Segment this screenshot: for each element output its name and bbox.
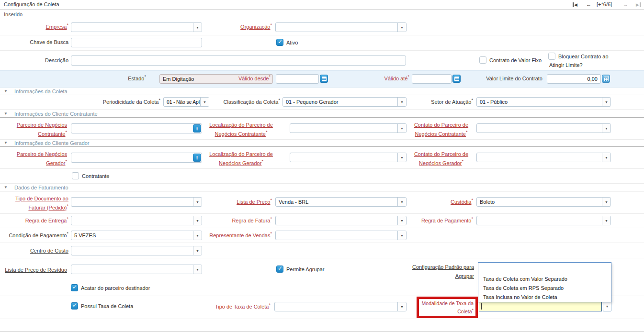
condicao-pagamento-select[interactable]: 5 VEZES ▼ — [71, 231, 202, 240]
chevron-down-icon[interactable]: ▼ — [602, 216, 610, 225]
descricao-input[interactable] — [71, 55, 406, 66]
valido-ate-label: Válido até* — [342, 76, 409, 82]
centro-custo-select[interactable]: ▼ — [71, 246, 202, 255]
first-record-button[interactable]: ◀ — [573, 1, 577, 7]
localizacao-contratante-select[interactable]: ▼ — [290, 123, 407, 133]
chevron-down-icon[interactable]: ▼ — [193, 23, 202, 32]
section-title: Informações do Cliente Gerador — [14, 140, 90, 146]
regra-entrega-select[interactable]: ▼ — [71, 216, 202, 225]
chevron-down-icon[interactable]: ▼ — [397, 231, 406, 240]
contato-gerador-label[interactable]: Contato do Parceiro de Negócios Gerador* — [409, 150, 473, 168]
collapse-triangle-icon[interactable]: ▼ — [4, 185, 8, 189]
calendar-icon[interactable] — [320, 75, 328, 83]
empresa-select[interactable]: ▼ — [71, 22, 202, 32]
periodicidade-label: Periodicidade da Coleta* — [92, 99, 160, 105]
lookup-ellipsis-icon[interactable]: ⋮ — [193, 124, 201, 133]
localizacao-contratante-label[interactable]: Localização do Parceiro de Negócios Cont… — [207, 121, 275, 139]
localizacao-gerador-label[interactable]: Localização do Parceiro de Negócios Gera… — [207, 150, 275, 168]
chave-de-busca-input[interactable] — [71, 38, 202, 47]
parceiro-contratante-input[interactable] — [71, 123, 202, 133]
tipo-documento-select[interactable]: ▼ — [71, 197, 202, 207]
contratante-checkbox[interactable]: Contratante — [72, 172, 109, 179]
custodia-select[interactable]: Boleto ▼ — [476, 197, 611, 207]
dropdown-option-taxa-valor-separado[interactable]: Taxa de Coleta com Valor Separado — [478, 275, 611, 284]
configuracao-de-coleta-window: Configuração de Coleta ◀ ← [+*6/6] → ▶ I… — [0, 0, 644, 332]
next-record-button[interactable]: → — [623, 1, 628, 7]
permite-agrupar-checkbox[interactable]: ✓ Permite Agrupar — [276, 266, 324, 273]
chevron-down-icon[interactable]: ▼ — [602, 198, 610, 206]
chevron-down-icon[interactable]: ▼ — [193, 198, 202, 206]
centro-custo-label[interactable]: Centro de Custo — [0, 248, 68, 254]
calendar-icon[interactable] — [452, 75, 461, 83]
parceiro-gerador-label[interactable]: Parceiro de Negócios Gerador* — [0, 150, 67, 168]
chevron-down-icon[interactable]: ▼ — [397, 124, 406, 133]
regra-pagamento-select[interactable]: ▼ — [476, 216, 611, 225]
regra-pagamento-label: Regra de Pagamento* — [407, 218, 473, 224]
lista-preco-residuo-label[interactable]: Lista de Preço de Resíduo — [0, 267, 67, 273]
collapse-triangle-icon[interactable]: ▼ — [4, 141, 8, 145]
contato-gerador-select[interactable]: ▼ — [476, 153, 611, 162]
chevron-down-icon[interactable]: ▼ — [397, 23, 406, 32]
periodicidade-select[interactable]: 01 - Não se Aplica ▼ — [163, 97, 209, 107]
chevron-down-icon[interactable]: ▼ — [200, 98, 209, 106]
checkbox-unchecked-icon[interactable] — [548, 53, 555, 60]
chevron-down-icon[interactable]: ▼ — [193, 216, 202, 225]
chevron-down-icon[interactable]: ▼ — [602, 98, 610, 106]
chevron-down-icon[interactable]: ▼ — [602, 124, 610, 133]
chevron-down-icon[interactable]: ▼ — [193, 231, 202, 240]
chevron-down-icon[interactable]: ▼ — [397, 198, 406, 206]
text-cursor — [481, 303, 482, 310]
contato-contratante-select[interactable]: ▼ — [476, 123, 611, 133]
possui-taxa-coleta-checkbox[interactable]: ✓ Possui Taxa de Coleta — [71, 302, 133, 310]
lista-preco-label[interactable]: Lista de Preço* — [203, 199, 272, 205]
regra-fatura-select[interactable]: ▼ — [275, 216, 407, 225]
collapse-triangle-icon[interactable]: ▼ — [4, 89, 8, 93]
valido-desde-input[interactable] — [276, 74, 319, 84]
localizacao-gerador-select[interactable]: ▼ — [290, 153, 407, 162]
chave-de-busca-label: Chave de Busca — [0, 39, 68, 45]
parceiro-contratante-label[interactable]: Parceiro de Negócios Contratante* — [0, 121, 67, 139]
dropdown-option-taxa-rps-separado[interactable]: Taxa de Coleta em RPS Separado — [478, 284, 611, 293]
last-record-button[interactable]: ▶ — [636, 1, 641, 7]
parceiro-gerador-input[interactable] — [71, 153, 202, 163]
contato-contratante-label[interactable]: Contato do Parceiro de Negócios Contrata… — [409, 121, 473, 139]
modalidade-taxa-coleta-input[interactable] — [479, 301, 602, 311]
condicao-pagamento-label[interactable]: Condição de Pagamento* — [0, 232, 68, 239]
tipo-taxa-coleta-select[interactable]: ▼ — [274, 302, 407, 311]
dropdown-option-taxa-inclusa[interactable]: Taxa Inclusa no Valor de Coleta — [478, 293, 611, 302]
setor-atuacao-select[interactable]: 01 - Público ▼ — [476, 97, 611, 107]
contrato-valor-fixo-label: Contrato de Valor Fixo — [489, 57, 542, 63]
previous-record-button[interactable]: ← — [586, 1, 591, 7]
classificacao-select[interactable]: 01 - Pequeno Gerador ▼ — [282, 97, 407, 107]
tipo-documento-label[interactable]: Tipo de Documento ao Faturar (Pedido)* — [0, 194, 68, 212]
modalidade-chevron-down-icon[interactable]: ▼ — [603, 301, 611, 311]
chevron-down-icon[interactable]: ▼ — [397, 98, 406, 106]
configuracao-padrao-agrupar-label[interactable]: Configuração Padrão para Agrupar — [406, 263, 474, 281]
lookup-ellipsis-icon[interactable]: ⋮ — [193, 154, 201, 162]
chevron-down-icon[interactable]: ▼ — [193, 246, 202, 255]
chevron-down-icon[interactable]: ▼ — [193, 265, 202, 274]
collapse-triangle-icon[interactable]: ▼ — [4, 111, 8, 116]
contratante-label: Contratante — [82, 173, 109, 179]
chevron-down-icon[interactable]: ▼ — [602, 153, 610, 162]
organizacao-select[interactable]: ▼ — [275, 22, 407, 32]
valido-ate-input[interactable] — [412, 74, 452, 84]
window-header: Configuração de Coleta ◀ ← [+*6/6] → ▶ — [0, 0, 644, 10]
last-record-icon: ▶ — [636, 2, 641, 7]
valor-limite-input[interactable]: 0,00 — [547, 74, 601, 84]
contrato-valor-fixo-checkbox[interactable]: Contrato de Valor Fixo — [479, 56, 542, 64]
acatar-parceiro-destinador-checkbox[interactable]: ✓ Acatar do parceiro destinador — [71, 284, 150, 291]
lista-preco-select[interactable]: Venda - BRL ▼ — [275, 197, 407, 207]
empresa-label[interactable]: Empresa* — [0, 24, 68, 30]
representante-vendas-label[interactable]: Representante de Vendas* — [203, 232, 272, 239]
chevron-down-icon[interactable]: ▼ — [397, 153, 406, 162]
chevron-down-icon[interactable]: ▼ — [397, 216, 406, 225]
ativo-checkbox[interactable]: ✓ Ativo — [276, 39, 298, 46]
custodia-label[interactable]: Custódia* — [407, 199, 473, 205]
lista-preco-residuo-select[interactable]: ▼ — [71, 265, 202, 274]
representante-vendas-select[interactable]: ▼ — [275, 231, 407, 240]
organizacao-label[interactable]: Organização* — [206, 24, 272, 30]
descricao-label: Descrição — [0, 57, 68, 64]
calculator-icon[interactable] — [602, 75, 610, 83]
chevron-down-icon[interactable]: ▼ — [397, 302, 406, 311]
